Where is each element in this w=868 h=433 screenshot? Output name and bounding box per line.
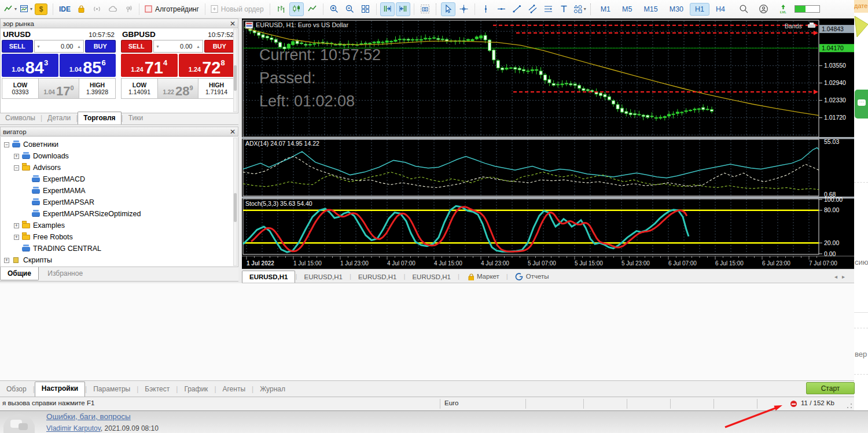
tree-expander-icon[interactable]: + [4, 258, 9, 263]
bid-price[interactable]: 1.24714 [121, 54, 178, 77]
chart-tab-1[interactable]: EURUSD,H1 [297, 271, 349, 283]
market-watch-button[interactable]: ▾ [19, 2, 33, 16]
timeframe-M1-button[interactable]: M1 [595, 3, 616, 16]
market-watch-tab-1[interactable]: Детали [42, 112, 76, 124]
account-button[interactable] [756, 2, 771, 16]
timeframe-M30-button[interactable]: M30 [664, 3, 689, 16]
sell-button[interactable]: SELL [121, 40, 152, 53]
ask-price[interactable]: 1.04856 [60, 54, 116, 77]
forum-topic-link[interactable]: Ошибки, баги, вопросы [46, 412, 131, 421]
start-button[interactable]: Старт [806, 382, 855, 394]
zoom-out-button[interactable] [343, 2, 357, 16]
auto-scroll-button[interactable] [396, 2, 410, 16]
tree-expander-icon[interactable]: + [14, 154, 19, 159]
navigator-item-6[interactable]: ExpertMAPSARSizeOptimized [1, 208, 238, 220]
navigator-item-9[interactable]: TRADING CENTRAL [1, 243, 238, 254]
low-cell: LOW1.14091 [122, 79, 157, 98]
cloud-icon[interactable] [105, 2, 120, 16]
tree-expander-icon[interactable]: + [14, 223, 19, 228]
bar-chart-mode-button[interactable] [274, 2, 288, 16]
bid-price[interactable]: 1.04843 [2, 54, 58, 77]
timeframe-M5-button[interactable]: M5 [617, 3, 637, 16]
community-icon[interactable] [121, 2, 135, 16]
sell-button[interactable]: SELL [2, 40, 33, 53]
forum-author-link[interactable]: Vladimir Karputov [46, 424, 101, 432]
text-tool[interactable] [557, 2, 571, 16]
tree-expander-icon[interactable]: − [14, 165, 19, 171]
tester-tab-3[interactable]: Бэктест [138, 383, 176, 397]
tester-tab-1[interactable]: Настройки [35, 382, 85, 397]
level-button[interactable]: LVL [776, 2, 790, 16]
zoom-in-button[interactable] [327, 2, 341, 16]
close-icon[interactable]: ✕ [230, 20, 236, 28]
cursor-tool-button[interactable] [441, 2, 455, 16]
channel-tool[interactable] [525, 2, 540, 16]
search-button[interactable] [737, 2, 751, 16]
tile-windows-button[interactable] [358, 2, 373, 16]
reports-tab[interactable]: Отчеты [508, 270, 556, 283]
market-watch-tab-2[interactable]: Торговля [78, 112, 121, 124]
navigator-item-3[interactable]: ExpertMACD [1, 173, 238, 185]
quote-time: 10:57:52 [89, 31, 115, 38]
tester-tab-4[interactable]: График [178, 383, 214, 397]
candle-chart-mode-button[interactable] [289, 2, 304, 16]
chart-tab-3[interactable]: EURUSD,H1 [405, 271, 457, 283]
navigator-item-1[interactable]: +Downloads [1, 150, 238, 162]
timeframe-H1-button[interactable]: H1 [690, 3, 709, 16]
screenshot-button[interactable] [418, 2, 432, 16]
horizontal-line-tool[interactable] [494, 2, 509, 16]
toolbar-drag-handle[interactable] [436, 3, 437, 15]
navigator-tab-0[interactable]: Общие [0, 267, 39, 280]
market-watch-tab-0[interactable]: Символы [0, 112, 41, 124]
tree-expander-icon[interactable]: + [14, 235, 19, 240]
crosshair-tool-button[interactable] [457, 2, 471, 16]
svg-text:1 Jul 15:00: 1 Jul 15:00 [293, 260, 322, 267]
buy-button[interactable]: BUY [204, 40, 236, 53]
navigator-item-8[interactable]: +Free Robots [1, 231, 238, 243]
trendline-tool[interactable] [510, 2, 524, 16]
resize-grip[interactable] [846, 402, 853, 409]
toolbar-drag-handle[interactable] [590, 3, 592, 15]
tester-tab-2[interactable]: Параметры [87, 383, 137, 397]
signals-icon[interactable] [90, 2, 104, 16]
objects-tool[interactable]: ▾ [572, 2, 587, 16]
navigator-item-10[interactable]: +Скрипты [1, 254, 238, 266]
close-icon[interactable]: ✕ [230, 128, 236, 136]
navigator-item-0[interactable]: −Советники [1, 139, 238, 150]
navigator-item-4[interactable]: ExpertMAMA [1, 185, 238, 197]
new-order-button[interactable]: Новый ордер [209, 2, 266, 16]
new-chart-button[interactable]: ▾ [3, 2, 17, 16]
toolbar-separator [376, 3, 377, 15]
one-click-dollar-button[interactable]: $ [34, 2, 49, 16]
tab-scroll-arrows[interactable]: ◂▸ [830, 273, 854, 283]
algo-trading-button[interactable]: Алготрейдинг [143, 2, 201, 16]
tester-tab-6[interactable]: Журнал [253, 383, 292, 397]
ide-button[interactable]: IDE [57, 2, 73, 16]
market-tab[interactable]: Маркет [459, 270, 506, 283]
chart-window[interactable]: BandsEURUSD, H1: Euro vs US DollarCurren… [242, 18, 854, 269]
chat-widget-button[interactable]: ··· [855, 90, 868, 119]
chart-tab-0[interactable]: EURUSD,H1 [242, 271, 295, 283]
fibonacci-tool[interactable] [541, 2, 556, 16]
navigator-tab-1[interactable]: Избранное [41, 267, 90, 280]
vertical-line-tool[interactable] [479, 2, 493, 16]
timeframe-M15-button[interactable]: M15 [638, 3, 663, 16]
navigator-item-2[interactable]: −Advisors [1, 162, 238, 173]
navigator-item-5[interactable]: ExpertMAPSAR [1, 197, 238, 208]
tree-expander-icon[interactable]: − [4, 142, 9, 147]
buy-button[interactable]: BUY [85, 40, 116, 53]
chart-shift-button[interactable] [380, 2, 395, 16]
lot-stepper[interactable]: ▾0.00▴ [34, 40, 84, 53]
chart-tab-2[interactable]: EURUSD,H1 [351, 271, 403, 283]
market-store-icon[interactable] [74, 2, 89, 16]
navigator-item-7[interactable]: +Examples [1, 220, 238, 231]
line-chart-mode-button[interactable] [305, 2, 319, 16]
ask-price[interactable]: 1.24728 [179, 54, 236, 77]
timeframe-H4-button[interactable]: H4 [711, 3, 730, 16]
navigator-scrollbar[interactable] [233, 138, 237, 266]
tester-tab-0[interactable]: Обзор [0, 383, 33, 397]
lot-stepper[interactable]: ▾0.00▴ [153, 40, 203, 53]
market-watch-scrollbar[interactable] [233, 29, 237, 112]
tester-tab-5[interactable]: Агенты [216, 383, 252, 397]
market-watch-tab-3[interactable]: Тики [123, 112, 148, 124]
